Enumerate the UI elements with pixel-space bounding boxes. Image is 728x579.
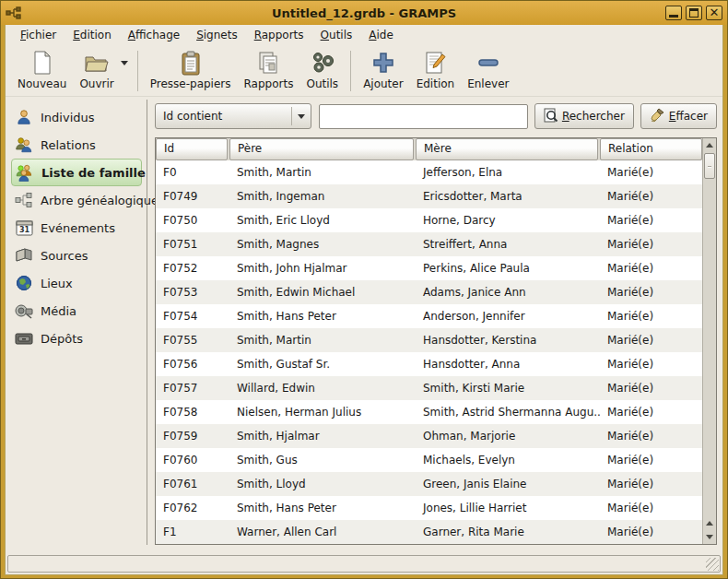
maximize-button[interactable] <box>686 6 702 20</box>
table-row[interactable]: F0752Smith, John HjalmarPerkins, Alice P… <box>156 256 702 280</box>
pedigree-tree-icon <box>14 190 34 210</box>
cell-mother: Jefferson, Elna <box>416 160 600 184</box>
cell-relation: Marié(e) <box>600 472 702 496</box>
cell-father: Smith, Hans Peter <box>229 304 416 328</box>
table-row[interactable]: F0749Smith, IngemanEricsdotter, MartaMar… <box>156 184 702 208</box>
table-row[interactable]: F0761Smith, LloydGreen, Janis ElaineMari… <box>156 472 702 496</box>
person-icon <box>14 107 34 127</box>
combo-dropdown-button[interactable] <box>292 114 311 119</box>
scroll-up-button[interactable] <box>703 138 716 152</box>
cell-mother: Hansdotter, Kerstina <box>416 328 600 352</box>
edit-page-icon <box>424 50 446 76</box>
remove-button[interactable]: Enlever <box>461 48 515 92</box>
tools-button[interactable]: Outils <box>299 48 345 92</box>
cell-relation: Marié(e) <box>600 520 702 544</box>
open-button[interactable]: Ouvrir <box>73 48 120 92</box>
column-header-id[interactable]: Id <box>156 138 228 160</box>
sidebar-item-lieux[interactable]: Lieux <box>11 269 142 297</box>
table-row[interactable]: F0757Willard, EdwinSmith, Kirsti MarieMa… <box>156 376 702 400</box>
cell-relation: Marié(e) <box>600 496 702 520</box>
column-header-relation[interactable]: Relation <box>600 138 702 160</box>
menu-edition[interactable]: Edition <box>65 27 119 43</box>
edit-button[interactable]: Edition <box>410 48 462 92</box>
cell-mother: Green, Janis Elaine <box>416 472 600 496</box>
cell-id: F0752 <box>156 256 229 280</box>
column-header-pere[interactable]: Père <box>229 138 414 160</box>
table-row[interactable]: F0759Smith, HjalmarOhman, MarjorieMarié(… <box>156 424 702 448</box>
cell-relation: Marié(e) <box>600 424 702 448</box>
close-icon: ✕ <box>707 6 722 19</box>
cell-id: F0761 <box>156 472 229 496</box>
clipboard-button[interactable]: Presse-papiers <box>144 48 238 92</box>
column-header-mere[interactable]: Mère <box>416 138 598 160</box>
sidebar-item-relations[interactable]: Relations <box>11 131 142 159</box>
filter-text-input[interactable] <box>319 104 528 129</box>
table-row[interactable]: F0758Nielsen, Herman JuliusSmith, Astrid… <box>156 400 702 424</box>
cell-relation: Marié(e) <box>600 328 702 352</box>
arrow-up-icon <box>706 143 713 148</box>
cell-relation: Marié(e) <box>600 256 702 280</box>
menu-rapports[interactable]: Rapports <box>247 27 311 43</box>
table-row[interactable]: F0754Smith, Hans PeterAnderson, Jennifer… <box>156 304 702 328</box>
sidebar-item-media[interactable]: Média <box>11 297 142 325</box>
sidebar-item-sources[interactable]: Sources <box>11 242 142 269</box>
filter-bar: Id contient Rechercher <box>155 103 717 129</box>
table-row[interactable]: F0755Smith, MartinHansdotter, KerstinaMa… <box>156 328 702 352</box>
cell-mother: Streiffert, Anna <box>416 232 600 256</box>
sidebar-item-liste-de-famille[interactable]: Liste de famille <box>11 159 142 186</box>
menu-affichage[interactable]: Affichage <box>121 27 187 43</box>
add-button[interactable]: Ajouter <box>357 48 410 92</box>
table-row[interactable]: F0753Smith, Edwin MichaelAdams, Janice A… <box>156 280 702 304</box>
table-header: Id Père Mère Relation <box>156 138 702 160</box>
table-row[interactable]: F0750Smith, Eric LloydHorne, DarcyMarié(… <box>156 208 702 232</box>
cell-mother: Anderson, Jennifer <box>416 304 600 328</box>
minimize-icon <box>669 15 678 18</box>
cell-father: Smith, Eric Lloyd <box>229 208 416 232</box>
vertical-scrollbar[interactable] <box>702 138 716 544</box>
calendar-icon: 31 <box>14 218 34 238</box>
sidebar-item-arbre-genealogique[interactable]: Arbre généalogique <box>11 186 142 214</box>
table-row[interactable]: F0762Smith, Hans PeterJones, Lillie Harr… <box>156 496 702 520</box>
table-row[interactable]: F1Warner, Allen CarlGarner, Rita MarieMa… <box>156 520 702 544</box>
table-row[interactable]: F0756Smith, Gustaf Sr.Hansdotter, AnnaMa… <box>156 352 702 376</box>
cell-relation: Marié(e) <box>600 352 702 376</box>
close-button[interactable]: ✕ <box>706 6 722 20</box>
menu-signets[interactable]: Signets <box>189 27 245 43</box>
clear-button[interactable]: Effacer <box>640 103 717 129</box>
resize-grip[interactable] <box>706 558 719 571</box>
reports-button[interactable]: Rapports <box>238 48 300 92</box>
sidebar-item-individus[interactable]: Individus <box>11 103 142 131</box>
menu-outils[interactable]: Outils <box>313 27 360 43</box>
cell-mother: Hansdotter, Anna <box>416 352 600 376</box>
cell-father: Smith, Martin <box>229 328 416 352</box>
open-dropdown-arrow[interactable] <box>121 61 128 65</box>
new-button[interactable]: Nouveau <box>11 48 73 92</box>
toolbar-separator <box>350 51 351 91</box>
cell-father: Smith, Gus <box>229 448 416 472</box>
cell-relation: Marié(e) <box>600 208 702 232</box>
filter-field-select[interactable]: Id contient <box>155 103 311 129</box>
cell-father: Nielsen, Herman Julius <box>229 400 416 424</box>
sidebar-item-depots[interactable]: Dépôts <box>11 325 142 352</box>
menu-fichier[interactable]: Fichier <box>13 27 64 43</box>
client-area: Fichier Edition Affichage Signets Rappor… <box>5 25 723 575</box>
sidebar-item-evenements[interactable]: 31 Evénements <box>11 214 142 242</box>
clipboard-icon <box>180 50 202 76</box>
arrow-up-icon <box>706 521 713 526</box>
scrollbar-thumb[interactable] <box>704 153 715 179</box>
titlebar[interactable]: Untitled_12.grdb - GRAMPS ✕ <box>1 1 727 25</box>
scroll-down-button[interactable] <box>703 530 716 544</box>
search-button[interactable]: Rechercher <box>534 103 634 129</box>
category-sidebar: Individus Relations Liste de famille <box>11 100 147 545</box>
table-row[interactable]: F0760Smith, GusMichaels, EvelynMarié(e) <box>156 448 702 472</box>
cell-father: Smith, Hjalmar <box>229 424 416 448</box>
scrollbar-trough[interactable] <box>703 152 716 516</box>
table-row[interactable]: F0751Smith, MagnesStreiffert, AnnaMarié(… <box>156 232 702 256</box>
table-row[interactable]: F0Smith, MartinJefferson, ElnaMarié(e) <box>156 160 702 184</box>
minimize-button[interactable] <box>665 6 682 20</box>
menu-aide[interactable]: Aide <box>361 27 401 43</box>
cell-id: F0756 <box>156 352 229 376</box>
filter-field-value: Id contient <box>156 110 291 123</box>
cell-id: F0760 <box>156 448 229 472</box>
scroll-up-button-bottom[interactable] <box>703 516 716 530</box>
